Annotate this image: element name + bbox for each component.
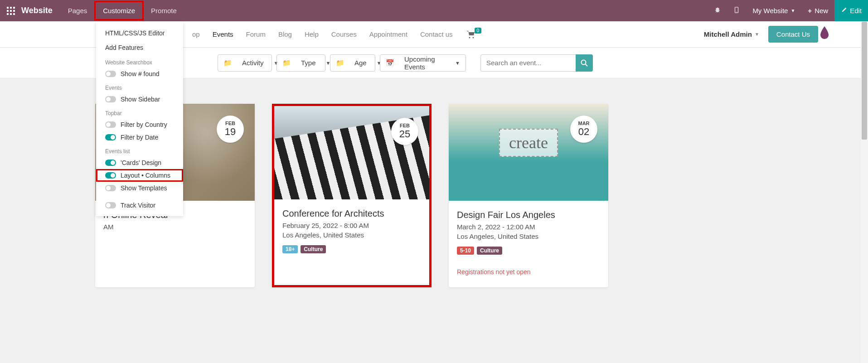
svg-line-14	[586, 64, 588, 66]
event-image: FEB 25	[274, 106, 429, 199]
event-title: Conference for Architects	[282, 208, 421, 219]
tag-age: 5-10	[457, 247, 474, 255]
event-title: Design Fair Los Angeles	[457, 210, 600, 220]
menu-pages[interactable]: Pages	[61, 1, 95, 20]
toggle-filter-date[interactable]: Filter by Date	[96, 131, 183, 144]
svg-point-13	[582, 60, 586, 64]
event-location: Los Angeles, United States	[457, 232, 600, 240]
registration-note: Registrations not yet open	[457, 268, 600, 276]
nav-help[interactable]: Help	[298, 30, 325, 38]
toggle-show-sidebar[interactable]: Show Sidebar	[96, 93, 183, 106]
search-input[interactable]	[480, 54, 576, 72]
nav-courses[interactable]: Courses	[325, 30, 363, 38]
event-datetime: February 25, 2022 - 8:00 AM	[282, 222, 421, 229]
svg-rect-4	[10, 10, 12, 12]
scrollbar[interactable]	[861, 22, 868, 305]
dd-add-features[interactable]: Add Features	[96, 40, 183, 55]
event-datetime: March 2, 2022 - 12:00 AM	[457, 223, 600, 231]
svg-rect-0	[7, 7, 9, 9]
filter-age[interactable]: 📁Age▼	[330, 54, 375, 72]
svg-rect-5	[13, 10, 15, 12]
event-card[interactable]: FEB 25 Conference for Architects Februar…	[272, 104, 432, 287]
svg-point-10	[737, 12, 737, 12]
search-button[interactable]	[576, 54, 593, 72]
tag-age: 18+	[282, 245, 298, 253]
tag-category: Culture	[301, 245, 326, 253]
filter-upcoming[interactable]: 📅Upcoming Events▼	[380, 54, 466, 72]
new-button[interactable]: +New	[801, 0, 834, 21]
svg-rect-8	[13, 13, 15, 15]
nav-forum[interactable]: Forum	[240, 30, 272, 38]
top-bar: Website Pages Customize Promote My Websi…	[0, 0, 868, 21]
drop-icon	[820, 26, 829, 42]
svg-point-12	[472, 37, 474, 38]
toggle-track-visitor[interactable]: Track Visitor	[96, 199, 183, 212]
dd-section-searchbox: Website Searchbox	[96, 55, 183, 68]
admin-dropdown[interactable]: Mitchell Admin▼	[704, 30, 759, 38]
svg-point-11	[469, 37, 470, 38]
contact-us-button[interactable]: Contact Us	[768, 26, 818, 43]
toggle-filter-country[interactable]: Filter by Country	[96, 118, 183, 131]
nav-contact[interactable]: Contact us	[414, 30, 459, 38]
menu-customize[interactable]: Customize	[94, 1, 144, 20]
brand[interactable]: Website	[21, 6, 61, 15]
edit-button[interactable]: Edit	[834, 0, 868, 21]
apps-icon[interactable]	[0, 7, 21, 15]
my-website-dropdown[interactable]: My Website▼	[746, 0, 801, 21]
menu-promote[interactable]: Promote	[144, 1, 184, 20]
date-badge: MAR 02	[570, 116, 597, 143]
svg-rect-2	[13, 7, 15, 9]
svg-rect-3	[7, 10, 9, 12]
dd-section-events-list: Events list	[96, 144, 183, 156]
event-location: Los Angeles, United States	[282, 231, 421, 239]
nav-appointment[interactable]: Appointment	[363, 30, 414, 38]
mobile-icon[interactable]	[727, 0, 746, 21]
filter-activity[interactable]: 📁Activity▼	[218, 54, 272, 72]
date-badge: FEB 19	[217, 116, 244, 143]
event-image: MAR 02	[449, 104, 608, 201]
svg-rect-6	[7, 13, 9, 15]
date-badge: FEB 25	[391, 118, 418, 145]
nav-events[interactable]: Events	[206, 30, 240, 38]
bug-icon[interactable]	[708, 0, 727, 21]
cart-button[interactable]: 0	[466, 30, 483, 39]
svg-rect-7	[10, 13, 12, 15]
dd-section-topbar: Topbar	[96, 106, 183, 118]
toggle-show-found[interactable]: Show # found	[96, 68, 183, 80]
nav-shop[interactable]: op	[186, 30, 206, 38]
toggle-show-templates[interactable]: Show Templates	[96, 182, 183, 194]
dd-html-editor[interactable]: HTML/CSS/JS Editor	[96, 26, 183, 40]
nav-blog[interactable]: Blog	[272, 30, 298, 38]
cart-badge: 0	[475, 28, 482, 34]
customize-dropdown: HTML/CSS/JS Editor Add Features Website …	[96, 21, 183, 216]
toggle-layout-columns[interactable]: Layout • Columns	[96, 169, 183, 182]
toggle-cards-design[interactable]: 'Cards' Design	[96, 156, 183, 169]
tag-category: Culture	[477, 247, 502, 255]
event-datetime: AM	[103, 223, 247, 231]
svg-rect-1	[10, 7, 12, 9]
dd-section-events: Events	[96, 80, 183, 93]
event-card[interactable]: MAR 02 Design Fair Los Angeles March 2, …	[449, 104, 608, 287]
filter-type[interactable]: 📁Type▼	[276, 54, 325, 72]
